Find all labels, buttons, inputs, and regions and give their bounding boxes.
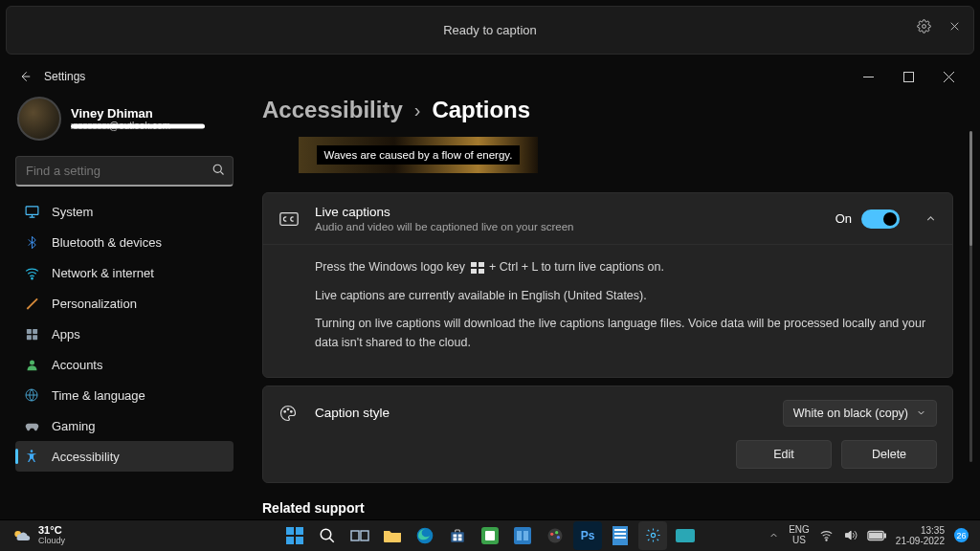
svg-rect-47	[884, 534, 886, 538]
delete-button[interactable]: Delete	[841, 440, 937, 469]
start-button[interactable]	[280, 521, 309, 550]
sidebar-item-system[interactable]: System	[15, 196, 234, 227]
taskbar-clock[interactable]: 13:35 21-09-2022	[896, 525, 945, 546]
taskbar-language[interactable]: ENG US	[789, 525, 810, 545]
live-captions-toggle[interactable]	[861, 209, 900, 229]
taskbar-notepad[interactable]	[606, 521, 635, 550]
svg-point-37	[555, 531, 558, 534]
sidebar-item-time-language[interactable]: Time & language	[15, 380, 234, 410]
scrollbar-vertical[interactable]	[969, 131, 972, 462]
user-name: Viney Dhiman	[71, 106, 170, 121]
bluetooth-icon	[23, 233, 40, 251]
sidebar-item-apps[interactable]: Apps	[15, 319, 234, 349]
svg-point-43	[651, 534, 655, 538]
caption-style-title: Caption style	[315, 406, 768, 420]
live-captions-title: Live captions	[315, 205, 820, 219]
svg-rect-23	[361, 531, 368, 540]
taskbar-photoshop[interactable]: Ps	[573, 521, 602, 550]
svg-rect-19	[286, 537, 294, 544]
caption-preview-text: Waves are caused by a flow of energy.	[317, 145, 521, 165]
taskbar-overflow-icon[interactable]	[768, 530, 779, 540]
sidebar-item-label: Personalization	[52, 297, 137, 311]
svg-point-45	[826, 540, 827, 540]
search-input[interactable]	[15, 156, 234, 187]
svg-rect-31	[485, 531, 495, 540]
svg-rect-20	[296, 537, 303, 544]
sidebar-item-label: Network & internet	[52, 266, 154, 280]
svg-point-2	[213, 165, 221, 173]
svg-point-9	[30, 360, 34, 364]
weather-icon	[11, 526, 31, 545]
svg-rect-29	[458, 538, 462, 540]
breadcrumb: Accessibility › Captions	[262, 93, 953, 137]
svg-rect-48	[870, 533, 882, 538]
sidebar-item-label: Apps	[52, 327, 80, 342]
svg-rect-28	[454, 538, 457, 540]
titlebar: Settings	[6, 60, 974, 93]
accounts-icon	[23, 356, 40, 373]
taskbar-paint[interactable]	[541, 521, 569, 550]
svg-rect-8	[33, 335, 37, 340]
taskbar-file-explorer[interactable]	[378, 521, 407, 550]
svg-point-15	[291, 410, 293, 412]
wifi-tray-icon[interactable]	[819, 528, 834, 542]
svg-rect-6	[33, 329, 37, 334]
settings-window: Settings Viney Dhiman xxxxxxxx@outlook.c…	[6, 60, 974, 519]
sidebar-item-network[interactable]: Network & internet	[15, 257, 234, 288]
scrollbar-thumb[interactable]	[969, 131, 972, 246]
sidebar-item-accessibility[interactable]: Accessibility	[15, 441, 234, 472]
svg-rect-26	[454, 534, 457, 537]
related-support-heading: Related support	[262, 491, 953, 519]
user-account[interactable]: Viney Dhiman xxxxxxxx@outlook.com	[15, 93, 234, 150]
globe-icon	[23, 386, 40, 404]
palette-icon	[278, 404, 300, 423]
window-maximize-button[interactable]	[888, 62, 928, 91]
taskbar-app-teal[interactable]	[671, 521, 700, 550]
gaming-icon	[23, 417, 40, 434]
taskbar-weather[interactable]: 31°C Cloudy	[11, 525, 65, 545]
svg-rect-27	[458, 534, 462, 537]
search-box[interactable]	[15, 156, 234, 187]
chevron-down-icon	[916, 408, 926, 418]
sidebar-item-accounts[interactable]: Accounts	[15, 349, 234, 380]
svg-rect-40	[614, 529, 626, 531]
svg-point-14	[287, 408, 289, 410]
sidebar: Viney Dhiman xxxxxxxx@outlook.com System…	[6, 93, 243, 519]
svg-rect-1	[903, 72, 913, 81]
chevron-right-icon: ›	[414, 99, 421, 121]
sidebar-item-label: Accessibility	[52, 450, 120, 464]
volume-tray-icon[interactable]	[843, 528, 858, 542]
caption-style-card: Caption style White on black (copy) Edit…	[262, 386, 953, 483]
sidebar-item-bluetooth[interactable]: Bluetooth & devices	[15, 227, 234, 257]
notification-badge[interactable]: 26	[954, 528, 969, 542]
back-button[interactable]	[11, 63, 38, 90]
paintbrush-icon	[23, 295, 40, 312]
battery-tray-icon[interactable]	[867, 530, 886, 541]
taskbar-settings[interactable]	[638, 521, 667, 550]
taskbar-edge[interactable]	[411, 521, 439, 550]
sidebar-item-personalization[interactable]: Personalization	[15, 288, 234, 319]
svg-point-36	[550, 533, 553, 536]
sidebar-item-label: Gaming	[52, 419, 96, 433]
window-close-button[interactable]	[928, 62, 969, 91]
svg-rect-25	[451, 532, 464, 542]
window-minimize-button[interactable]	[848, 62, 888, 91]
edit-button[interactable]: Edit	[736, 440, 832, 469]
taskbar-app-green[interactable]	[476, 521, 504, 550]
chevron-up-icon[interactable]	[924, 212, 937, 225]
sidebar-item-gaming[interactable]: Gaming	[15, 410, 234, 441]
caption-style-dropdown[interactable]: White on black (copy)	[783, 400, 937, 427]
main-content: Accessibility › Captions Waves are cause…	[243, 93, 974, 519]
live-caption-status: Ready to caption	[443, 23, 537, 37]
caption-settings-button[interactable]	[910, 12, 937, 39]
taskbar-app-blue[interactable]	[508, 521, 537, 550]
taskbar-task-view[interactable]	[345, 521, 374, 550]
breadcrumb-parent[interactable]: Accessibility	[262, 97, 403, 123]
taskbar-search-button[interactable]	[313, 521, 342, 550]
svg-point-13	[284, 410, 286, 412]
caption-close-button[interactable]	[941, 12, 968, 39]
taskbar-ms-store[interactable]	[443, 521, 472, 550]
svg-rect-22	[351, 531, 359, 540]
svg-point-38	[557, 536, 560, 539]
svg-rect-7	[26, 335, 31, 340]
